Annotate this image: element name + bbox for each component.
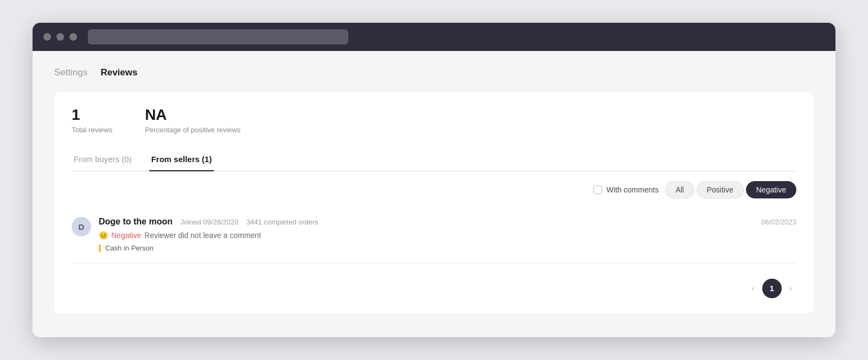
filter-positive-button[interactable]: Positive: [697, 181, 744, 198]
review-sentiment: 😐 Negative Reviewer did not leave a comm…: [99, 231, 796, 240]
nav-tab-reviews[interactable]: Reviews: [100, 67, 137, 79]
page-content: Settings Reviews 1 Total reviews NA Perc…: [33, 51, 835, 337]
pagination: ‹ 1 ›: [72, 263, 796, 298]
review-payment: Cash in Person: [99, 244, 796, 252]
payment-dot-icon: [99, 245, 101, 252]
browser-window: Settings Reviews 1 Total reviews NA Perc…: [33, 23, 835, 337]
reviewer-avatar: D: [72, 217, 91, 236]
positive-percentage-label: Percentage of positive reviews: [145, 126, 240, 134]
tab-from-sellers[interactable]: From sellers (1): [149, 149, 214, 171]
review-date: 06/02/2023: [761, 218, 796, 226]
sentiment-emoji: 😐: [99, 231, 108, 240]
with-comments-checkbox[interactable]: [593, 185, 602, 194]
traffic-light-yellow[interactable]: [56, 33, 64, 41]
reviewer-completed-orders: 3441 completed orders: [246, 218, 318, 226]
stats-card: 1 Total reviews NA Percentage of positiv…: [54, 92, 814, 313]
traffic-light-red[interactable]: [43, 33, 51, 41]
review-item: D Doge to the moon Joined 09/28/2020 344…: [72, 206, 796, 263]
prev-page-button[interactable]: ‹: [747, 281, 758, 295]
traffic-light-green[interactable]: [69, 33, 77, 41]
filter-all-button[interactable]: All: [665, 181, 694, 198]
positive-percentage-value: NA: [145, 107, 240, 123]
stats-row: 1 Total reviews NA Percentage of positiv…: [72, 107, 796, 134]
reviewer-name: Doge to the moon: [99, 217, 173, 226]
browser-titlebar: [33, 23, 835, 51]
review-body: Doge to the moon Joined 09/28/2020 3441 …: [99, 217, 796, 252]
reviewer-join-date: Joined 09/28/2020: [180, 218, 238, 226]
with-comments-label-text: With comments: [607, 185, 659, 194]
tab-from-buyers[interactable]: From buyers (0): [72, 149, 134, 171]
filter-negative-button[interactable]: Negative: [746, 181, 796, 198]
total-reviews-value: 1: [72, 107, 112, 123]
payment-method: Cash in Person: [105, 244, 154, 252]
total-reviews-label: Total reviews: [72, 126, 112, 134]
review-tabs: From buyers (0) From sellers (1): [72, 149, 796, 171]
filter-bar: With comments All Positive Negative: [72, 171, 796, 206]
filter-buttons: All Positive Negative: [665, 181, 796, 198]
page-1-button[interactable]: 1: [762, 279, 782, 298]
next-page-button[interactable]: ›: [785, 281, 796, 295]
total-reviews-stat: 1 Total reviews: [72, 107, 112, 134]
with-comments-filter[interactable]: With comments: [593, 185, 659, 194]
nav-tab-settings[interactable]: Settings: [54, 67, 87, 79]
review-comment: Reviewer did not leave a comment: [144, 231, 261, 240]
address-bar[interactable]: [88, 29, 348, 44]
nav-tabs: Settings Reviews: [54, 67, 814, 79]
sentiment-label: Negative: [111, 231, 141, 240]
positive-percentage-stat: NA Percentage of positive reviews: [145, 107, 240, 134]
